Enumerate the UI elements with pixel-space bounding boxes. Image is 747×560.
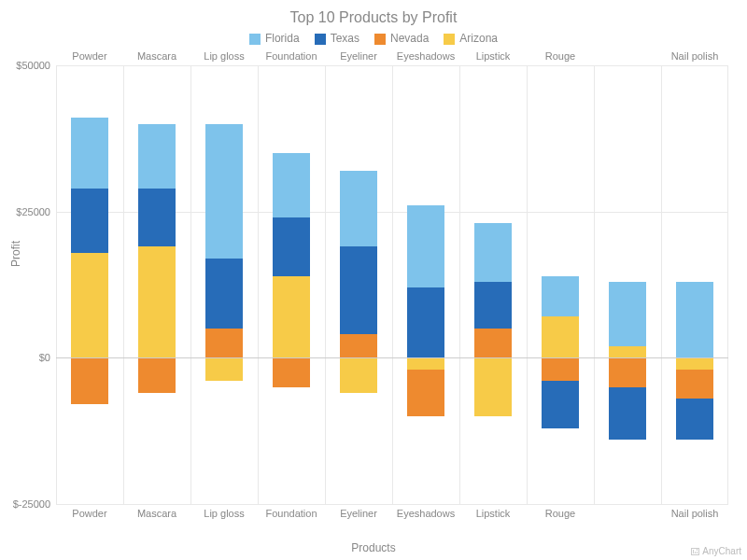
- y-tick: $50000: [16, 60, 50, 71]
- bar[interactable]: [676, 65, 713, 504]
- bar-segment: [273, 217, 310, 276]
- legend-swatch: [315, 34, 326, 45]
- zero-line: [56, 357, 728, 358]
- bar-segment: [273, 153, 310, 217]
- bar-segment: [138, 246, 176, 357]
- chart-icon: [691, 548, 699, 555]
- gridline-v: [527, 65, 528, 504]
- plot-area: $-25000$0$25000$50000PowderPowderMascara…: [56, 65, 728, 504]
- legend-item[interactable]: Arizona: [444, 32, 498, 45]
- category-label-top: Lipstick: [476, 50, 511, 62]
- bar-segment: [474, 223, 512, 282]
- gridline-v: [190, 65, 191, 504]
- bar-segment: [205, 357, 243, 381]
- x-axis-label: Products: [0, 541, 747, 554]
- bar-segment: [205, 124, 243, 259]
- bar-segment: [205, 329, 243, 357]
- bar-segment: [474, 282, 512, 329]
- category-label-top: Eyeliner: [340, 50, 377, 62]
- category-label-bottom: Rouge: [545, 508, 575, 519]
- bar-segment: [542, 357, 579, 381]
- legend-label: Nevada: [390, 32, 429, 45]
- bar-segment: [273, 357, 310, 386]
- gridline-h: [56, 504, 728, 505]
- legend-label: Texas: [331, 32, 359, 45]
- bar[interactable]: [273, 65, 310, 504]
- legend-label: Florida: [265, 32, 300, 45]
- category-label-bottom: Nail polish: [671, 508, 719, 519]
- bar-segment: [676, 282, 713, 357]
- bar[interactable]: [474, 65, 512, 504]
- bar-segment: [340, 334, 377, 357]
- category-label-bottom: Mascara: [137, 508, 176, 519]
- bar-segment: [138, 189, 176, 247]
- bar-segment: [71, 253, 108, 358]
- legend-item[interactable]: Texas: [315, 32, 359, 45]
- bar-segment: [542, 381, 579, 427]
- gridline-v: [661, 65, 662, 504]
- bar-segment: [609, 282, 646, 346]
- bar[interactable]: [205, 65, 243, 504]
- bar-segment: [676, 370, 713, 399]
- bar[interactable]: [407, 65, 444, 504]
- bar-segment: [138, 357, 176, 393]
- category-label-top: Eyeshadows: [397, 50, 455, 62]
- category-label-top: Rouge: [545, 50, 575, 62]
- legend-swatch: [444, 34, 455, 45]
- bar-segment: [407, 370, 444, 416]
- bar-segment: [71, 118, 108, 188]
- gridline-v: [56, 65, 57, 504]
- legend: FloridaTexasNevadaArizona: [0, 26, 747, 50]
- y-axis-label: Profit: [9, 241, 22, 267]
- category-label-top: Mascara: [137, 50, 176, 62]
- bar[interactable]: [542, 65, 579, 504]
- bar-segment: [609, 346, 646, 358]
- chart-container: Top 10 Products by Profit FloridaTexasNe…: [0, 0, 747, 560]
- category-label-bottom: Lip gloss: [204, 508, 244, 519]
- bar[interactable]: [340, 65, 377, 504]
- bar-segment: [138, 124, 176, 189]
- category-label-bottom: Lipstick: [476, 508, 511, 519]
- bar[interactable]: [609, 65, 646, 504]
- category-label-bottom: Eyeliner: [340, 508, 377, 519]
- gridline-v: [123, 65, 124, 504]
- y-tick: $0: [39, 352, 50, 363]
- bar-segment: [676, 357, 713, 370]
- bar-segment: [71, 189, 108, 253]
- bar-segment: [407, 205, 444, 287]
- gridline-v: [727, 65, 728, 504]
- bar-segment: [205, 259, 243, 329]
- category-label-top: Lip gloss: [204, 50, 244, 62]
- gridline-v: [459, 65, 460, 504]
- bar-segment: [340, 246, 377, 334]
- category-label-top: Nail polish: [671, 50, 719, 62]
- bar-segment: [676, 399, 713, 440]
- bar-segment: [407, 287, 444, 357]
- category-label-bottom: Eyeshadows: [397, 508, 455, 519]
- bar-segment: [542, 276, 579, 317]
- bar-segment: [407, 357, 444, 370]
- y-tick: $-25000: [13, 498, 50, 510]
- category-label-bottom: Powder: [72, 508, 106, 519]
- y-tick: $25000: [16, 206, 50, 217]
- gridline-v: [594, 65, 595, 504]
- chart-title: Top 10 Products by Profit: [0, 0, 747, 26]
- category-label-top: Foundation: [265, 50, 317, 62]
- gridline-v: [258, 65, 259, 504]
- gridline-v: [392, 65, 393, 504]
- legend-item[interactable]: Florida: [249, 32, 300, 45]
- bar-segment: [474, 329, 512, 357]
- bar-segment: [273, 276, 310, 358]
- bar-segment: [340, 357, 377, 393]
- credit: AnyChart: [691, 546, 741, 556]
- bar[interactable]: [71, 65, 108, 504]
- gridline-v: [325, 65, 326, 504]
- category-label-bottom: Foundation: [265, 508, 317, 519]
- bar-segment: [609, 357, 646, 386]
- bar-segment: [474, 357, 512, 416]
- legend-item[interactable]: Nevada: [374, 32, 429, 45]
- bar[interactable]: [138, 65, 176, 504]
- bar-segment: [340, 171, 377, 246]
- category-label-top: Powder: [72, 50, 106, 62]
- legend-swatch: [374, 34, 386, 45]
